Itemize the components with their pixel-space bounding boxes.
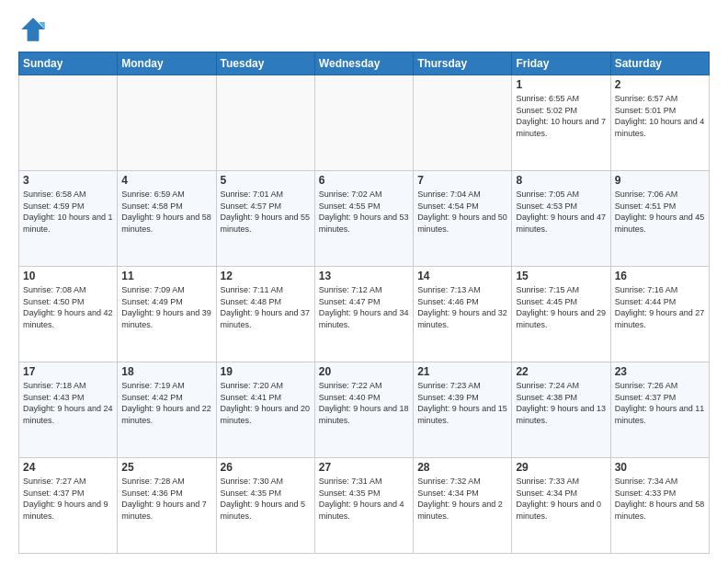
day-number: 21: [417, 365, 507, 378]
calendar-week-row: 1Sunrise: 6:55 AM Sunset: 5:02 PM Daylig…: [19, 75, 710, 171]
day-number: 30: [615, 461, 705, 474]
day-info: Sunrise: 7:27 AM Sunset: 4:37 PM Dayligh…: [23, 476, 113, 522]
day-number: 3: [23, 174, 113, 187]
calendar-table: SundayMondayTuesdayWednesdayThursdayFrid…: [18, 52, 710, 554]
day-number: 27: [319, 461, 409, 474]
calendar-cell: 17Sunrise: 7:18 AM Sunset: 4:43 PM Dayli…: [19, 362, 118, 458]
day-number: 25: [121, 461, 211, 474]
day-number: 29: [516, 461, 606, 474]
calendar-cell: 7Sunrise: 7:04 AM Sunset: 4:54 PM Daylig…: [414, 171, 512, 267]
day-info: Sunrise: 7:02 AM Sunset: 4:55 PM Dayligh…: [319, 189, 409, 235]
calendar-cell: 2Sunrise: 6:57 AM Sunset: 5:01 PM Daylig…: [610, 75, 709, 171]
calendar-cell: 26Sunrise: 7:30 AM Sunset: 4:35 PM Dayli…: [216, 458, 314, 554]
calendar-cell: [118, 75, 216, 171]
day-number: 8: [516, 174, 606, 187]
day-info: Sunrise: 7:04 AM Sunset: 4:54 PM Dayligh…: [417, 189, 507, 235]
calendar-week-row: 10Sunrise: 7:08 AM Sunset: 4:50 PM Dayli…: [19, 267, 710, 362]
weekday-header-cell: Thursday: [414, 52, 512, 75]
day-number: 18: [121, 365, 211, 378]
day-info: Sunrise: 7:34 AM Sunset: 4:33 PM Dayligh…: [615, 476, 705, 522]
calendar-cell: [216, 75, 314, 171]
calendar-cell: 22Sunrise: 7:24 AM Sunset: 4:38 PM Dayli…: [512, 362, 610, 458]
weekday-header-cell: Monday: [118, 52, 216, 75]
logo-icon: [18, 15, 48, 44]
weekday-header-cell: Sunday: [19, 52, 118, 75]
day-info: Sunrise: 7:01 AM Sunset: 4:57 PM Dayligh…: [221, 189, 311, 235]
header: [18, 15, 710, 44]
calendar-cell: 3Sunrise: 6:58 AM Sunset: 4:59 PM Daylig…: [19, 171, 118, 267]
calendar-cell: 8Sunrise: 7:05 AM Sunset: 4:53 PM Daylig…: [512, 171, 610, 267]
day-number: 19: [221, 365, 311, 378]
calendar-cell: 15Sunrise: 7:15 AM Sunset: 4:45 PM Dayli…: [512, 267, 610, 362]
day-info: Sunrise: 7:33 AM Sunset: 4:34 PM Dayligh…: [516, 476, 606, 522]
svg-marker-0: [21, 17, 45, 41]
day-info: Sunrise: 7:23 AM Sunset: 4:39 PM Dayligh…: [417, 380, 507, 426]
day-info: Sunrise: 7:24 AM Sunset: 4:38 PM Dayligh…: [516, 380, 606, 426]
day-number: 1: [516, 78, 606, 91]
day-number: 17: [23, 365, 113, 378]
day-info: Sunrise: 6:57 AM Sunset: 5:01 PM Dayligh…: [615, 93, 705, 139]
calendar-cell: 19Sunrise: 7:20 AM Sunset: 4:41 PM Dayli…: [216, 362, 314, 458]
day-info: Sunrise: 7:28 AM Sunset: 4:36 PM Dayligh…: [121, 476, 211, 522]
day-number: 13: [319, 270, 409, 282]
calendar-cell: 13Sunrise: 7:12 AM Sunset: 4:47 PM Dayli…: [314, 267, 413, 362]
calendar-cell: [414, 75, 512, 171]
calendar-cell: 30Sunrise: 7:34 AM Sunset: 4:33 PM Dayli…: [610, 458, 709, 554]
calendar-week-row: 17Sunrise: 7:18 AM Sunset: 4:43 PM Dayli…: [19, 362, 710, 458]
weekday-header-cell: Tuesday: [216, 52, 314, 75]
day-number: 4: [121, 174, 211, 187]
day-info: Sunrise: 7:08 AM Sunset: 4:50 PM Dayligh…: [23, 284, 113, 330]
day-info: Sunrise: 6:59 AM Sunset: 4:58 PM Dayligh…: [121, 189, 211, 235]
calendar-cell: 1Sunrise: 6:55 AM Sunset: 5:02 PM Daylig…: [512, 75, 610, 171]
weekday-header-cell: Friday: [512, 52, 610, 75]
weekday-header-cell: Wednesday: [314, 52, 413, 75]
calendar-cell: 18Sunrise: 7:19 AM Sunset: 4:42 PM Dayli…: [118, 362, 216, 458]
weekday-header-cell: Saturday: [610, 52, 709, 75]
day-number: 23: [615, 365, 705, 378]
day-info: Sunrise: 7:15 AM Sunset: 4:45 PM Dayligh…: [516, 284, 606, 330]
day-info: Sunrise: 7:19 AM Sunset: 4:42 PM Dayligh…: [121, 380, 211, 426]
day-info: Sunrise: 7:18 AM Sunset: 4:43 PM Dayligh…: [23, 380, 113, 426]
calendar-cell: 6Sunrise: 7:02 AM Sunset: 4:55 PM Daylig…: [314, 171, 413, 267]
calendar-cell: [314, 75, 413, 171]
day-info: Sunrise: 7:09 AM Sunset: 4:49 PM Dayligh…: [121, 284, 211, 330]
day-number: 22: [516, 365, 606, 378]
calendar-cell: 9Sunrise: 7:06 AM Sunset: 4:51 PM Daylig…: [610, 171, 709, 267]
day-info: Sunrise: 7:13 AM Sunset: 4:46 PM Dayligh…: [417, 284, 507, 330]
calendar-cell: 25Sunrise: 7:28 AM Sunset: 4:36 PM Dayli…: [118, 458, 216, 554]
calendar-cell: 24Sunrise: 7:27 AM Sunset: 4:37 PM Dayli…: [19, 458, 118, 554]
day-number: 26: [221, 461, 311, 474]
day-info: Sunrise: 7:11 AM Sunset: 4:48 PM Dayligh…: [221, 284, 311, 330]
day-info: Sunrise: 7:12 AM Sunset: 4:47 PM Dayligh…: [319, 284, 409, 330]
calendar-cell: 4Sunrise: 6:59 AM Sunset: 4:58 PM Daylig…: [118, 171, 216, 267]
calendar-cell: 20Sunrise: 7:22 AM Sunset: 4:40 PM Dayli…: [314, 362, 413, 458]
day-number: 2: [615, 78, 705, 91]
day-number: 11: [121, 270, 211, 282]
weekday-header-row: SundayMondayTuesdayWednesdayThursdayFrid…: [19, 52, 710, 75]
calendar-cell: [19, 75, 118, 171]
day-number: 7: [417, 174, 507, 187]
day-info: Sunrise: 7:31 AM Sunset: 4:35 PM Dayligh…: [319, 476, 409, 522]
calendar-cell: 16Sunrise: 7:16 AM Sunset: 4:44 PM Dayli…: [610, 267, 709, 362]
day-number: 20: [319, 365, 409, 378]
calendar-cell: 21Sunrise: 7:23 AM Sunset: 4:39 PM Dayli…: [414, 362, 512, 458]
day-number: 10: [23, 270, 113, 282]
calendar-cell: 14Sunrise: 7:13 AM Sunset: 4:46 PM Dayli…: [414, 267, 512, 362]
day-info: Sunrise: 7:20 AM Sunset: 4:41 PM Dayligh…: [221, 380, 311, 426]
day-number: 28: [417, 461, 507, 474]
calendar-cell: 10Sunrise: 7:08 AM Sunset: 4:50 PM Dayli…: [19, 267, 118, 362]
calendar-cell: 5Sunrise: 7:01 AM Sunset: 4:57 PM Daylig…: [216, 171, 314, 267]
day-number: 9: [615, 174, 705, 187]
calendar-cell: 11Sunrise: 7:09 AM Sunset: 4:49 PM Dayli…: [118, 267, 216, 362]
calendar-cell: 29Sunrise: 7:33 AM Sunset: 4:34 PM Dayli…: [512, 458, 610, 554]
day-info: Sunrise: 7:22 AM Sunset: 4:40 PM Dayligh…: [319, 380, 409, 426]
day-number: 5: [221, 174, 311, 187]
logo: [18, 15, 51, 44]
day-info: Sunrise: 7:26 AM Sunset: 4:37 PM Dayligh…: [615, 380, 705, 426]
day-info: Sunrise: 7:05 AM Sunset: 4:53 PM Dayligh…: [516, 189, 606, 235]
calendar-week-row: 24Sunrise: 7:27 AM Sunset: 4:37 PM Dayli…: [19, 458, 710, 554]
calendar-cell: 12Sunrise: 7:11 AM Sunset: 4:48 PM Dayli…: [216, 267, 314, 362]
day-info: Sunrise: 6:55 AM Sunset: 5:02 PM Dayligh…: [516, 93, 606, 139]
calendar-cell: 27Sunrise: 7:31 AM Sunset: 4:35 PM Dayli…: [314, 458, 413, 554]
day-info: Sunrise: 7:32 AM Sunset: 4:34 PM Dayligh…: [417, 476, 507, 522]
